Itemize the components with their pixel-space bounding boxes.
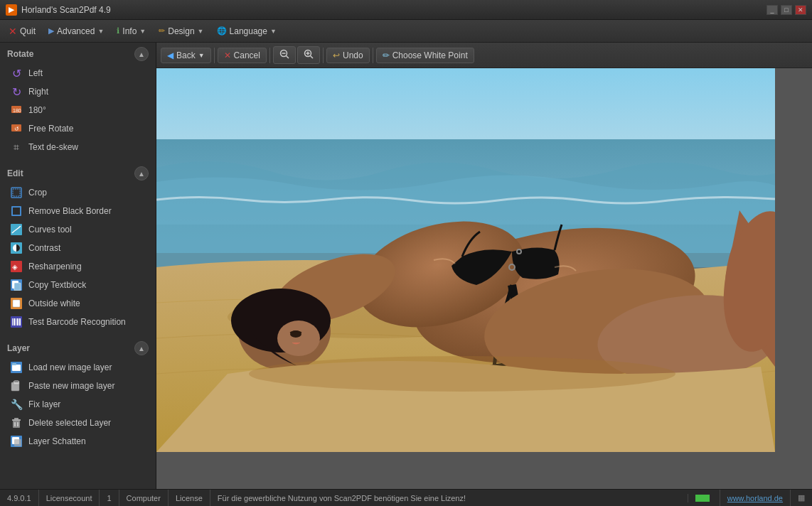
sidebar-item-contrast[interactable]: Contrast	[0, 239, 156, 257]
svg-rect-5	[13, 189, 20, 196]
toolbar-sep-1	[214, 48, 215, 63]
sidebar-item-curves-label: Curves tool	[28, 225, 72, 235]
svg-rect-15	[14, 283, 21, 291]
sidebar-item-text-deskew[interactable]: ⌗ Text de-skew	[0, 138, 156, 156]
zoom-out-icon	[279, 49, 289, 61]
svg-rect-32	[14, 418, 18, 419]
info-chevron: ▼	[139, 28, 146, 35]
license-count-label: Licensecount	[46, 494, 92, 502]
zoom-in-icon	[304, 49, 314, 61]
sidebar-item-crop[interactable]: Crop	[0, 183, 156, 202]
status-website[interactable]: www.horland.de	[720, 490, 791, 506]
edit-collapse-button[interactable]: ▲	[134, 166, 149, 181]
toolbar: ◀ Back ▼ ✕ Cancel ↩	[156, 43, 812, 68]
svg-point-53	[277, 321, 320, 356]
sidebar-item-fix-layer[interactable]: 🔧 Fix layer	[0, 395, 156, 414]
back-icon: ◀	[167, 50, 173, 60]
advanced-chevron: ▼	[97, 28, 104, 35]
sidebar-item-delete-layer[interactable]: Delete selected Layer	[0, 414, 156, 432]
copy-textblock-icon	[10, 279, 23, 291]
sidebar: Rotate ▲ ↺ Left ↻ Right 180 180° ↺ Free …	[0, 43, 156, 489]
sidebar-item-right[interactable]: ↻ Right	[0, 82, 156, 101]
back-label: Back	[176, 50, 196, 60]
sidebar-item-load-layer[interactable]: Load new image layer	[0, 358, 156, 377]
status-green-dot	[695, 495, 710, 502]
svg-rect-20	[14, 318, 15, 325]
message-text: Für die gewerbliche Nutzung von Scan2PDF…	[218, 494, 466, 502]
cancel-button[interactable]: ✕ Cancel	[218, 48, 267, 63]
back-button[interactable]: ◀ Back ▼	[161, 48, 211, 63]
sidebar-item-resharpening-label: Resharpening	[28, 262, 82, 271]
design-chevron: ▼	[198, 28, 204, 35]
status-version: 4.9.0.1	[0, 490, 39, 506]
sidebar-item-paste-layer[interactable]: Paste new image layer	[0, 377, 156, 395]
sidebar-item-fix-layer-label: Fix layer	[28, 399, 60, 409]
sidebar-item-test-barcode[interactable]: Test Barcode Recognition	[0, 313, 156, 331]
choose-white-button[interactable]: ✏ Choose White Point	[376, 48, 474, 63]
resharpening-icon: ◈	[10, 260, 23, 273]
zoom-in-button[interactable]	[297, 46, 320, 64]
svg-rect-29	[14, 380, 18, 382]
status-license: License	[169, 490, 210, 506]
sidebar-item-resharpening[interactable]: ◈ Resharpening	[0, 257, 156, 276]
rotate-collapse-button[interactable]: ▲	[134, 47, 149, 61]
choose-white-label: Choose White Point	[392, 50, 468, 60]
menu-quit[interactable]: ✕ Quit	[3, 23, 41, 39]
website-link[interactable]: www.horland.de	[727, 494, 783, 502]
sidebar-item-outside-white-label: Outside white	[28, 298, 80, 308]
undo-label: Undo	[343, 50, 363, 60]
quit-icon: ✕	[9, 26, 17, 37]
svg-rect-31	[12, 419, 21, 421]
sidebar-item-free-rotate[interactable]: ↺ Free Rotate	[0, 119, 156, 138]
status-bar: 4.9.0.1 Licensecount 1 Computer License …	[0, 489, 812, 506]
close-button[interactable]: ✕	[795, 5, 806, 15]
layer-shadow-icon	[10, 435, 23, 448]
canvas-area	[156, 68, 812, 489]
layer-collapse-button[interactable]: ▲	[134, 341, 149, 355]
sidebar-item-layer-shadow[interactable]: Layer Schatten	[0, 432, 156, 451]
svg-text:180: 180	[13, 108, 21, 113]
left-rotate-icon: ↺	[10, 67, 23, 80]
sidebar-item-180[interactable]: 180 180°	[0, 101, 156, 119]
rotate-180-icon: 180	[10, 104, 23, 117]
status-computer: Computer	[119, 490, 169, 506]
menu-advanced[interactable]: ▶ Advanced ▼	[43, 24, 109, 38]
window-controls[interactable]: _ □ ✕	[766, 5, 806, 15]
maximize-button[interactable]: □	[781, 5, 792, 15]
menu-info[interactable]: ℹ Info ▼	[111, 24, 151, 38]
svg-line-42	[310, 56, 313, 59]
fix-layer-icon: 🔧	[10, 398, 23, 411]
sidebar-item-180-label: 180°	[28, 105, 46, 115]
sidebar-item-remove-border[interactable]: Remove Black Border	[0, 202, 156, 220]
toolbar-sep-2	[269, 48, 270, 63]
minimize-button[interactable]: _	[766, 5, 778, 15]
computer-label: Computer	[127, 494, 161, 502]
status-extra: ▦	[791, 490, 812, 506]
sidebar-item-copy-textblock[interactable]: Copy Textblock	[0, 276, 156, 294]
sidebar-item-contrast-label: Contrast	[28, 243, 60, 253]
svg-line-39	[286, 56, 289, 59]
menu-design[interactable]: ✏ Design ▼	[153, 24, 209, 38]
layer-section-header: Layer ▲	[0, 337, 156, 358]
status-license-count: Licensecount	[39, 490, 100, 506]
app-icon: ▶	[6, 4, 17, 16]
sidebar-item-delete-layer-label: Delete selected Layer	[28, 418, 111, 428]
sidebar-item-left[interactable]: ↺ Left	[0, 64, 156, 82]
sidebar-item-layer-shadow-label: Layer Schatten	[28, 436, 86, 446]
undo-icon: ↩	[333, 50, 340, 60]
menu-language[interactable]: 🌐 Language ▼	[211, 24, 282, 38]
divider-1	[0, 156, 156, 162]
title-bar-left: ▶ Horland's Scan2Pdf 4.9	[6, 4, 111, 16]
menu-info-label: Info	[122, 26, 137, 36]
svg-rect-17	[13, 300, 20, 307]
zoom-out-button[interactable]	[273, 46, 296, 64]
status-count-value: 1	[100, 490, 119, 506]
contrast-icon	[10, 242, 23, 254]
sidebar-item-curves[interactable]: Curves tool	[0, 220, 156, 239]
sidebar-item-right-label: Right	[28, 87, 48, 97]
extra-indicator: ▦	[798, 493, 805, 502]
sidebar-item-crop-label: Crop	[28, 188, 47, 198]
sidebar-item-outside-white[interactable]: Outside white	[0, 294, 156, 313]
canvas-scroll[interactable]	[156, 68, 812, 489]
undo-button[interactable]: ↩ Undo	[326, 48, 370, 63]
